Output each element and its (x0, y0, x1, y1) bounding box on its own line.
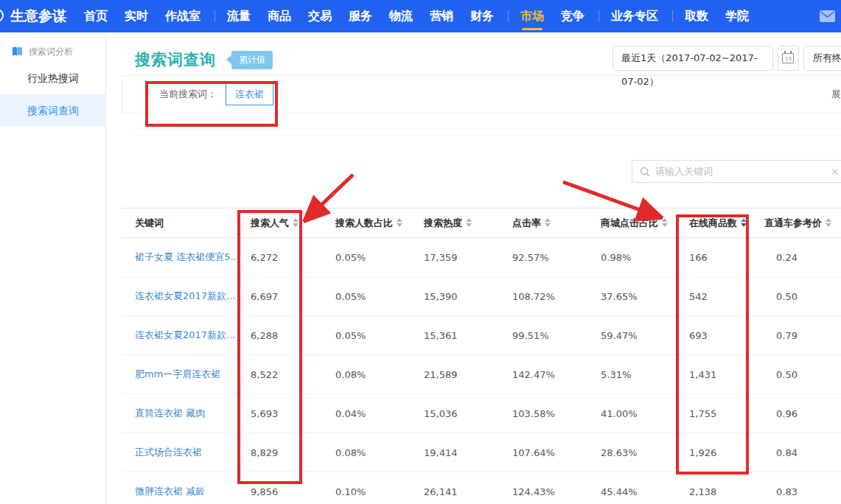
keyword-link[interactable]: 连衣裙女夏2017新款... (135, 290, 235, 301)
app-logo[interactable]: 生意参谋 (10, 7, 66, 26)
nav-item-service[interactable]: 服务 (349, 0, 372, 32)
nav-item-academy[interactable]: 学院 (725, 0, 749, 32)
nav-item-logistics[interactable]: 物流 (389, 0, 413, 32)
nav-item-realtime[interactable]: 实时 (125, 0, 148, 32)
sort-icon[interactable] (293, 218, 299, 227)
sort-icon[interactable] (466, 218, 472, 227)
cell-search-popularity: 6,697 (237, 277, 322, 316)
sidebar: 搜索词分析 行业热搜词 搜索词查询 (0, 32, 106, 504)
col-header-click-rate[interactable]: 点击率 (499, 209, 587, 238)
cell-click-rate: 124.43% (499, 472, 587, 504)
keyword-link[interactable]: 连衣裙女夏2017新款... (135, 329, 235, 340)
book-icon (12, 46, 23, 57)
search-terms-table: 关键词 搜索人气 搜索人数占比 搜索热度 点击率 商城点击占比 在线商品数 直通… (122, 208, 841, 504)
cell-search-popularity: 6,288 (237, 316, 322, 355)
cell-searcher-ratio: 0.10% (322, 472, 411, 504)
cell-online-products: 1,755 (676, 394, 763, 433)
cell-mall-click-ratio: 41.00% (587, 394, 676, 433)
nav-item-traffic[interactable]: 流量 (227, 0, 251, 32)
table-row: 裙子女夏 连衣裙便宜5... 6,272 0.05% 17,359 92.57%… (122, 238, 841, 277)
sidebar-item-search-word-query[interactable]: 搜索词查询 (0, 94, 105, 127)
current-keyword-label: 当前搜索词： (159, 88, 217, 101)
table-row: 正式场合连衣裙 8,829 0.08% 19,414 107.64% 28.63… (122, 433, 841, 472)
keyword-search-input[interactable] (655, 166, 817, 177)
cell-searcher-ratio: 0.05% (322, 316, 411, 355)
calendar-icon: 15 (782, 53, 794, 63)
cell-mall-click-ratio: 45.44% (587, 472, 676, 504)
cell-search-popularity: 8,829 (237, 433, 322, 472)
keyword-tag[interactable]: 连衣裙 (226, 83, 273, 105)
keyword-link[interactable]: 微胖连衣裙 减龄 (135, 486, 205, 497)
sort-icon[interactable] (826, 218, 831, 227)
nav-item-competition[interactable]: 竞争 (561, 0, 584, 32)
sort-icon-active[interactable] (741, 218, 747, 227)
cell-search-popularity: 6,272 (237, 238, 322, 277)
cell-searcher-ratio: 0.05% (322, 277, 411, 316)
nav-item-warroom[interactable]: 作战室 (165, 0, 200, 32)
col-header-searcher-ratio[interactable]: 搜索人数占比 (322, 209, 411, 238)
sort-icon[interactable] (545, 218, 551, 227)
expand-link[interactable]: 展开 (831, 88, 841, 101)
table-header-row: 关键词 搜索人气 搜索人数占比 搜索热度 点击率 商城点击占比 在线商品数 直通… (122, 209, 841, 238)
nav-item-data-fetch[interactable]: 取数 (685, 0, 708, 32)
nav-item-home[interactable]: 首页 (84, 0, 108, 32)
col-header-ztc-ref-price[interactable]: 直通车参考价 (763, 209, 841, 238)
main-content: 搜索词查询 累计值 最近1天（2017-07-02~2017-07-02） 15… (111, 32, 841, 504)
sort-icon[interactable] (662, 218, 668, 227)
cell-click-rate: 103.58% (499, 394, 587, 433)
cell-ztc-ref-price: 0.96 (763, 394, 841, 433)
calendar-button[interactable]: 15 (778, 46, 798, 71)
terminal-selector[interactable]: 所有终端 (803, 46, 841, 71)
search-row: × (111, 130, 841, 208)
cell-mall-click-ratio: 28.63% (587, 433, 676, 472)
cell-click-rate: 108.72% (499, 277, 587, 316)
sort-icon[interactable] (397, 218, 402, 227)
col-header-online-products[interactable]: 在线商品数 (676, 209, 763, 238)
nav-item-finance[interactable]: 财务 (470, 0, 494, 32)
cell-search-popularity: 8,522 (237, 355, 322, 394)
nav-item-marketing[interactable]: 营销 (430, 0, 453, 32)
table-row: 连衣裙女夏2017新款... 6,288 0.05% 15,361 99.51%… (122, 316, 841, 355)
table-row: 微胖连衣裙 减龄 9,856 0.10% 26,141 124.43% 45.4… (122, 472, 841, 504)
cell-online-products: 1,431 (676, 355, 763, 394)
keyword-link[interactable]: 正式场合连衣裙 (135, 447, 202, 458)
cell-online-products: 542 (676, 277, 763, 316)
keyword-link[interactable]: 直筒连衣裙 藏肉 (135, 407, 205, 419)
col-header-mall-click-ratio[interactable]: 商城点击占比 (587, 209, 676, 238)
cell-online-products: 1,926 (676, 433, 763, 472)
cell-online-products: 2,138 (676, 472, 763, 504)
cell-ztc-ref-price: 0.79 (763, 316, 841, 355)
col-header-search-popularity[interactable]: 搜索人气 (237, 209, 322, 238)
page-title: 搜索词查询 (135, 49, 216, 70)
cell-search-heat: 15,361 (411, 316, 499, 355)
date-range-selector[interactable]: 最近1天（2017-07-02~2017-07-02） (613, 46, 773, 71)
cell-click-rate: 107.64% (499, 433, 587, 472)
cell-search-heat: 17,359 (411, 238, 499, 277)
cell-mall-click-ratio: 0.98% (587, 238, 676, 277)
keyword-link[interactable]: 肥mm一字肩连衣裙 (135, 368, 220, 379)
cell-ztc-ref-price: 0.84 (763, 433, 841, 472)
cell-ztc-ref-price: 0.50 (763, 277, 841, 316)
cell-searcher-ratio: 0.04% (322, 394, 411, 433)
nav-divider (508, 10, 509, 22)
sidebar-group-label: 搜索词分析 (29, 46, 73, 58)
mail-icon[interactable] (820, 10, 835, 22)
col-header-search-heat[interactable]: 搜索热度 (411, 209, 499, 238)
keyword-link[interactable]: 裙子女夏 连衣裙便宜5... (135, 251, 237, 262)
cell-searcher-ratio: 0.08% (322, 355, 411, 394)
nav-item-products[interactable]: 商品 (268, 0, 291, 32)
cell-click-rate: 99.51% (499, 316, 587, 355)
cell-online-products: 166 (676, 238, 763, 277)
search-icon (640, 167, 650, 177)
cell-searcher-ratio: 0.08% (322, 433, 411, 472)
cell-mall-click-ratio: 37.65% (587, 277, 676, 316)
sidebar-item-industry-hot-words[interactable]: 行业热搜词 (0, 62, 105, 94)
logo-icon (0, 0, 7, 32)
clear-input-icon[interactable]: × (831, 166, 839, 177)
nav-item-trade[interactable]: 交易 (308, 0, 332, 32)
table-row: 连衣裙女夏2017新款... 6,697 0.05% 15,390 108.72… (122, 277, 841, 316)
nav-item-business-zone[interactable]: 业务专区 (611, 0, 658, 32)
cell-search-heat: 15,036 (411, 394, 499, 433)
nav-item-market-active[interactable]: 市场 (520, 0, 544, 32)
nav-divider (672, 10, 673, 22)
